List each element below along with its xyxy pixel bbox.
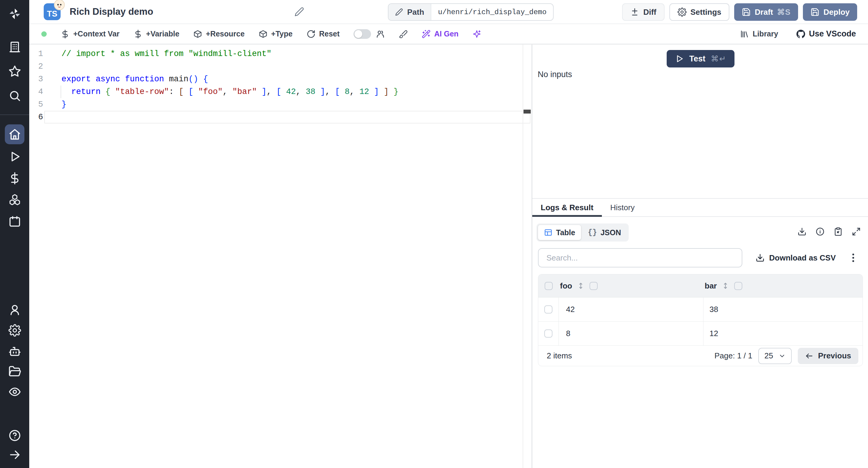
code-line-text: return { "table-row": [ [ "foo", "bar" ]… (44, 86, 530, 98)
column-header-bar[interactable]: bar (705, 281, 717, 291)
code-line: 4 return { "table-row": [ [ "foo", "bar"… (29, 86, 532, 98)
ai-sparkles-button[interactable] (472, 30, 481, 38)
app-window: TS Rich Display demo Path u/henri/rich_d… (0, 0, 868, 468)
code-line-text (44, 111, 530, 124)
sidebar-item-favorites[interactable] (8, 65, 21, 78)
draft-label: Draft (755, 7, 773, 17)
library-button[interactable]: Library (740, 30, 778, 38)
path-label-segment: Path (389, 4, 431, 20)
sidebar-item-search[interactable] (8, 90, 21, 102)
sidebar-item-user[interactable] (8, 304, 21, 316)
download-icon (755, 253, 765, 262)
ai-gen-label: AI Gen (434, 30, 459, 38)
row-checkbox[interactable] (544, 330, 553, 338)
cell-foo: 42 (559, 298, 704, 321)
draft-button[interactable]: Draft ⌘S (734, 3, 798, 21)
path-value[interactable]: u/henri/rich_display_demo (431, 4, 553, 20)
code-line: 6 (29, 111, 532, 124)
format-button[interactable] (399, 30, 408, 38)
expand-icon[interactable] (852, 227, 861, 236)
sparkles-icon (472, 30, 481, 38)
test-button[interactable]: Test ⌘↵ (667, 50, 735, 67)
view-json-button[interactable]: {} JSON (582, 225, 627, 240)
settings-label: Settings (690, 7, 721, 17)
code-line-text: export async function main() { (44, 73, 530, 86)
search-input[interactable] (538, 248, 742, 267)
select-all-checkbox[interactable] (545, 282, 553, 290)
more-options-kebab[interactable] (852, 252, 854, 264)
tab-logs-result[interactable]: Logs & Result (532, 199, 602, 217)
line-number: 1 (29, 49, 43, 59)
result-block: Logs & Result History Table {} JSON (532, 198, 868, 468)
copy-result-icon[interactable] (834, 227, 843, 236)
add-resource-button[interactable]: +Resource (193, 30, 245, 38)
sidebar-item-help[interactable] (8, 429, 21, 442)
add-variable-button[interactable]: +Variable (133, 30, 180, 38)
ai-gen-button[interactable]: AI Gen (422, 30, 459, 38)
diff-button[interactable]: Diff (622, 3, 664, 21)
path-control[interactable]: Path u/henri/rich_display_demo (388, 3, 554, 21)
table-icon (544, 228, 553, 237)
column-filter-checkbox[interactable] (590, 282, 598, 290)
typescript-badge-label: TS (47, 9, 58, 19)
sidebar-item-folders[interactable] (8, 365, 21, 378)
line-number: 2 (29, 62, 43, 71)
reset-button[interactable]: Reset (307, 30, 340, 38)
edit-title-pencil-icon[interactable] (294, 7, 304, 16)
page-size-select[interactable]: 25 (758, 348, 792, 364)
cell-foo: 8 (559, 322, 704, 345)
users-icon (376, 30, 385, 38)
reset-label: Reset (319, 30, 340, 38)
row-checkbox[interactable] (544, 305, 553, 313)
sidebar-item-schedules[interactable] (8, 215, 21, 228)
sidebar-collapse-arrow[interactable] (8, 448, 21, 461)
package-icon (258, 30, 268, 38)
add-type-button[interactable]: +Type (258, 30, 293, 38)
use-vscode-button[interactable]: Use VScode (796, 29, 856, 38)
chevron-down-icon (778, 353, 786, 360)
code-line: 2 (29, 60, 532, 73)
page-size-value: 25 (764, 351, 773, 361)
sidebar-item-workspace[interactable] (8, 41, 21, 53)
tab-history[interactable]: History (602, 199, 643, 216)
sidebar-item-runs[interactable] (8, 150, 21, 163)
table-row: 4238 (538, 297, 863, 321)
windmill-logo[interactable] (8, 7, 21, 20)
editor-overview-ruler[interactable] (523, 44, 523, 468)
sidebar-item-variables[interactable] (8, 172, 21, 185)
arrow-left-icon (805, 352, 813, 360)
add-resource-label: +Resource (206, 30, 245, 38)
page-title: Rich Display demo (70, 6, 153, 17)
sort-icon[interactable] (577, 282, 585, 290)
sidebar-item-resources[interactable] (8, 193, 21, 206)
column-header-foo[interactable]: foo (560, 281, 572, 291)
status-dot (41, 31, 47, 37)
sidebar-item-home[interactable] (5, 124, 24, 144)
info-icon[interactable] (815, 227, 825, 236)
line-number: 4 (29, 87, 43, 96)
code-line: 1// import * as wmill from "windmill-cli… (29, 47, 532, 60)
result-table-footer: 2 items Page: 1 / 1 25 Pre (538, 345, 863, 366)
indent-guide (61, 86, 61, 98)
previous-page-button[interactable]: Previous (798, 348, 858, 364)
save-icon (810, 7, 819, 16)
code-editor[interactable]: 1// import * as wmill from "windmill-cli… (29, 44, 532, 468)
no-inputs-text: No inputs (538, 70, 572, 79)
dollar-icon (61, 30, 70, 38)
download-result-icon[interactable] (798, 227, 807, 236)
brush-icon (399, 30, 408, 38)
editor-toolbar: +Context Var +Variable +Resource +Type R… (29, 24, 868, 44)
sidebar-item-settings[interactable] (8, 324, 21, 337)
line-number: 5 (29, 100, 43, 109)
view-table-button[interactable]: Table (538, 225, 581, 240)
path-label: Path (407, 7, 424, 17)
download-csv-button[interactable]: Download as CSV (755, 253, 836, 263)
column-filter-checkbox[interactable] (734, 282, 742, 290)
diff-mode-toggle[interactable] (353, 29, 371, 39)
settings-button[interactable]: Settings (670, 3, 730, 21)
sidebar-item-workers[interactable] (8, 345, 21, 358)
sort-icon[interactable] (721, 282, 730, 290)
sidebar-item-audit-logs[interactable] (8, 386, 21, 398)
deploy-button[interactable]: Deploy (803, 3, 857, 21)
add-context-var-button[interactable]: +Context Var (61, 30, 120, 38)
